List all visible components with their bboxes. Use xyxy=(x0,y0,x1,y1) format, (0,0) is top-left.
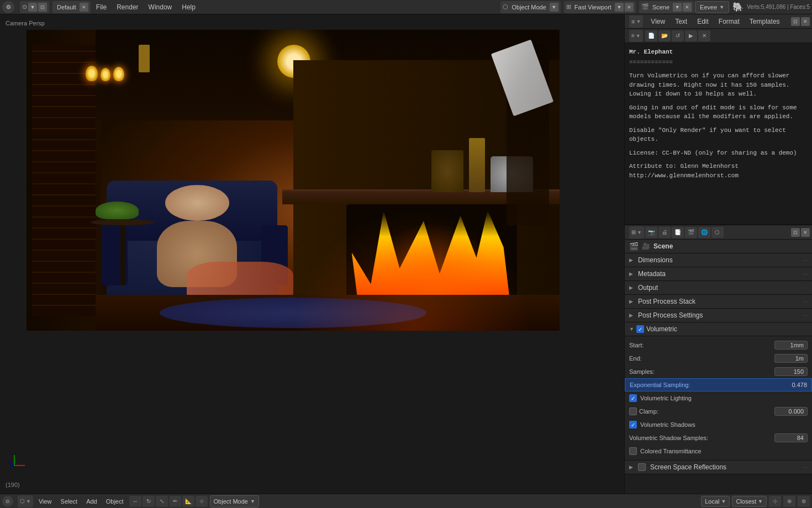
samples-value[interactable]: 150 xyxy=(774,367,808,376)
te-close[interactable]: ✕ xyxy=(801,17,810,26)
vol-shadow-samples-value[interactable]: 84 xyxy=(774,433,808,442)
right-panel: ≡ ▼ View Text Edit Format Templates ⊡ ✕ … xyxy=(624,14,812,494)
ssr-dots: ··· xyxy=(803,464,808,470)
volumetric-lighting-checkbox[interactable]: ✓ xyxy=(629,394,637,402)
te-format-menu[interactable]: Format xyxy=(714,17,744,27)
select-menu-bottom[interactable]: Select xyxy=(57,497,81,506)
app-logo: ⊙ xyxy=(2,1,14,13)
file-menu[interactable]: File xyxy=(92,2,111,12)
editor-type-icon: ⊙ xyxy=(22,3,27,10)
viewport-close[interactable]: ✕ xyxy=(625,3,634,12)
props-world-icon[interactable]: 🌐 xyxy=(698,227,710,238)
viewport-shading-segment[interactable]: ⊞ Fast Viewport ▼ ✕ xyxy=(564,1,636,13)
axes-y xyxy=(14,455,15,466)
snap-icon-bottom[interactable]: ⊹ xyxy=(769,496,781,507)
editor-type-expand[interactable]: ▼ xyxy=(28,3,37,12)
exponential-sampling-row[interactable]: Exponential Sampling: 0.478 xyxy=(625,378,812,391)
output-dots: ··· xyxy=(803,285,808,291)
scene-segment[interactable]: 🎬 Scene ▼ ✕ xyxy=(639,1,694,13)
ssr-section: ▶ Screen Space Reflections ··· xyxy=(625,461,812,474)
te-para-2: Disable "Only Render" if you want to sel… xyxy=(629,126,808,144)
props-object-icon[interactable]: ⬡ xyxy=(711,227,724,238)
te-run-icon[interactable]: ▶ xyxy=(685,30,697,41)
add-menu-bottom[interactable]: Add xyxy=(83,497,101,506)
scale-icon[interactable]: ⤡ xyxy=(156,496,168,507)
viewport-expand[interactable]: ▼ xyxy=(615,3,624,12)
start-value[interactable]: 1mm xyxy=(774,341,808,350)
grab-icon[interactable]: ↔ xyxy=(129,496,141,507)
props-maximize[interactable]: ⊡ xyxy=(791,228,800,237)
workspace-close[interactable]: ✕ xyxy=(80,3,88,12)
props-render-icon[interactable]: 📷 xyxy=(645,227,657,238)
te-text-menu[interactable]: Text xyxy=(671,17,692,27)
volumetric-shadows-row[interactable]: ✓ Volumetric Shadows xyxy=(625,418,812,431)
output-title: Output xyxy=(638,284,801,292)
mode-selector-bottom[interactable]: Object Mode ▼ xyxy=(210,495,259,507)
te-expand[interactable]: ▼ xyxy=(636,19,641,24)
te-icons-type[interactable]: ≡ ▼ xyxy=(629,30,643,42)
clamp-row: Clamp: 0.000 xyxy=(625,405,812,418)
workspace-label: Default xyxy=(55,4,78,10)
te-view-menu[interactable]: View xyxy=(646,17,669,27)
rotate-icon[interactable]: ↻ xyxy=(143,496,155,507)
props-scene-icon[interactable]: 🎬 xyxy=(685,227,697,238)
annotate-icon[interactable]: ✏ xyxy=(169,496,181,507)
props-output-icon[interactable]: 🖨 xyxy=(658,227,671,238)
help-menu[interactable]: Help xyxy=(177,2,200,12)
te-edit-menu[interactable]: Edit xyxy=(693,17,713,27)
colored-transmittance-row[interactable]: Colored Transmittance xyxy=(625,444,812,458)
measure-icon[interactable]: 📐 xyxy=(182,496,194,507)
metadata-dots: ··· xyxy=(803,271,808,277)
volumetric-lighting-row[interactable]: ✓ Volumetric Lighting xyxy=(625,391,812,405)
ssr-checkbox[interactable] xyxy=(638,463,646,471)
clamp-value[interactable]: 0.000 xyxy=(774,407,808,416)
scene-image xyxy=(27,30,560,331)
transform-orientation[interactable]: Local ▼ xyxy=(701,496,730,507)
te-clear-icon[interactable]: ✕ xyxy=(698,30,710,41)
te-open-icon[interactable]: 📂 xyxy=(658,30,671,41)
post-process-stack-header[interactable]: ▶ Post Process Stack ··· xyxy=(625,295,812,308)
editor-type-segment[interactable]: ⊙ ▼ ⊡ xyxy=(20,1,49,13)
te-maximize[interactable]: ⊡ xyxy=(791,17,800,26)
props-type-segment[interactable]: ⊞ ▼ xyxy=(629,226,644,239)
props-close[interactable]: ✕ xyxy=(801,228,810,237)
post-process-settings-header[interactable]: ▶ Post Process Settings ··· xyxy=(625,309,812,322)
text-editor-content[interactable]: Mr. Elephant ============ Turn Volumetri… xyxy=(625,43,812,225)
workspace-segment[interactable]: Default ✕ xyxy=(52,1,91,13)
metadata-header[interactable]: ▶ Metadata ··· xyxy=(625,267,812,281)
volumetric-checkbox[interactable]: ✓ xyxy=(636,325,644,333)
render-engine-selector[interactable]: Eevee ▼ xyxy=(695,1,729,13)
object-menu-bottom[interactable]: Object xyxy=(103,497,127,506)
end-label: End: xyxy=(629,355,772,362)
transform2-icon[interactable]: ⊹ xyxy=(196,496,208,507)
clamp-checkbox[interactable] xyxy=(629,408,637,415)
object-mode-expand[interactable]: ▼ xyxy=(550,3,558,12)
dimensions-header[interactable]: ▶ Dimensions ··· xyxy=(625,253,812,267)
scene-close[interactable]: ✕ xyxy=(683,3,692,12)
ssr-header[interactable]: ▶ Screen Space Reflections ··· xyxy=(625,461,812,474)
te-new-icon[interactable]: 📄 xyxy=(645,30,657,41)
samples-label: Samples: xyxy=(629,368,772,375)
object-mode-segment[interactable]: ⬡ Object Mode ▼ xyxy=(500,1,560,13)
render-menu[interactable]: Render xyxy=(112,2,143,12)
proportional-icon[interactable]: ⊚ xyxy=(798,496,810,507)
te-reload-icon[interactable]: ↺ xyxy=(672,30,684,41)
snap2-icon-bottom[interactable]: ⊛ xyxy=(783,496,795,507)
te-templates-menu[interactable]: Templates xyxy=(745,17,784,27)
editor-full-screen[interactable]: ⊡ xyxy=(38,3,47,12)
end-value[interactable]: 1m xyxy=(774,354,808,363)
volumetric-shadows-checkbox[interactable]: ✓ xyxy=(629,421,637,428)
volumetric-header[interactable]: ▼ ✓ Volumetric xyxy=(625,322,812,336)
colored-transmittance-checkbox[interactable] xyxy=(629,447,637,455)
metadata-title: Metadata xyxy=(638,270,801,278)
scene-expand[interactable]: ▼ xyxy=(673,3,682,12)
view-menu-bottom[interactable]: View xyxy=(35,497,55,506)
viewport-canvas[interactable]: (190) xyxy=(0,14,624,494)
viewport-area[interactable]: Camera Persp xyxy=(0,14,624,494)
window-menu[interactable]: Window xyxy=(144,2,177,12)
pivot-selector[interactable]: Closest ▼ xyxy=(732,496,767,507)
props-view-layer-icon[interactable]: 📑 xyxy=(672,227,684,238)
bottom-editor-type[interactable]: ⬡ ▼ xyxy=(18,495,33,507)
te-type-segment[interactable]: ≡ ▼ xyxy=(629,15,643,28)
output-header[interactable]: ▶ Output ··· xyxy=(625,281,812,294)
